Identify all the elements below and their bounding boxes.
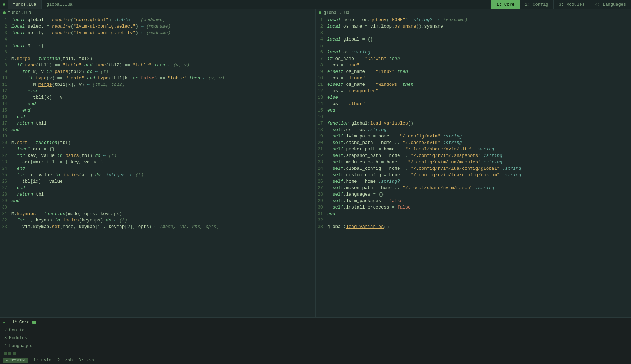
- code-line: 30 self.install_proccess = false: [316, 204, 631, 211]
- code-line: 14 end: [0, 101, 315, 107]
- code-line: 15 end: [0, 107, 315, 114]
- code-line: 25 for ix, value in ipairs(arr) do :inte…: [0, 172, 315, 178]
- code-line: 26 self.home = home :string?: [316, 178, 631, 185]
- code-line: 18 end: [0, 127, 315, 133]
- code-line: 11 elseif os_name == "Windows" then: [316, 81, 631, 88]
- vim-logo: V: [0, 0, 8, 9]
- code-line: 1 local global = require("core.global") …: [0, 17, 315, 23]
- code-line: 22 for key, value in pairs(tbl) do ← (t): [0, 153, 315, 159]
- buffer-item-languages[interactable]: 4 Languages: [0, 342, 631, 350]
- file-tab-funcs[interactable]: funcs.lua: [8, 0, 42, 9]
- code-line: 20 M.sort = function(tbl): [0, 140, 315, 146]
- window-tab-config[interactable]: 2: Config: [520, 0, 553, 9]
- code-line: 31 M.keymaps = function(mode, opts, keym…: [0, 211, 315, 217]
- code-line: 10 os = "linux": [316, 75, 631, 81]
- code-line: 4: [0, 36, 315, 43]
- pane-title-right: global.lua: [324, 10, 349, 15]
- code-line: 9 for k, v in pairs(tbl2) do ← (t): [0, 69, 315, 75]
- code-line: 16 end: [0, 114, 315, 120]
- buffer-indicator: 1*: [12, 319, 17, 326]
- buffer-list: ▸ 1* Core 2 Config 3 Modules 4 Languages: [0, 318, 631, 351]
- code-line: 24 self.global_config = home .. "/.confi…: [316, 165, 631, 172]
- code-line: 2 local select = require("lvim-ui-config…: [0, 23, 315, 30]
- code-line: 2 local os_name = vim.loop.os_uname().sy…: [316, 23, 631, 30]
- code-line: 13 tbl1[k] = v: [0, 94, 315, 101]
- term-dot-3: [13, 352, 16, 355]
- code-line: 27 self.mason_path = home .. "/.local/sh…: [316, 185, 631, 191]
- code-line: 32: [316, 217, 631, 224]
- code-line: 8 os = "mac": [316, 62, 631, 69]
- code-line: 17 return tbl1: [0, 120, 315, 127]
- code-line: 28 return tbl: [0, 191, 315, 198]
- code-line: 27 end: [0, 185, 315, 191]
- code-line: 19 self.lvim_path = home .. "/.config/nv…: [316, 133, 631, 140]
- pane-dot-right: [319, 11, 321, 14]
- terminal-label-zsh2[interactable]: 3: zsh: [78, 358, 94, 363]
- pane-title-left: funcs.lua: [8, 10, 31, 15]
- buffer-item-core[interactable]: 1* Core: [8, 318, 40, 326]
- code-line: 5 local M = {}: [0, 43, 315, 49]
- active-buffer-icon: ▸: [3, 320, 5, 325]
- buffer-name: Core: [19, 319, 30, 326]
- buffer-item-config[interactable]: 2 Config: [0, 326, 631, 334]
- pane-header-left: funcs.lua: [0, 9, 315, 17]
- code-line: 16: [316, 114, 631, 120]
- code-line: 14 os = "other": [316, 101, 631, 107]
- buffer-name: Config: [9, 327, 24, 334]
- term-dot-1: [4, 352, 7, 355]
- buffer-num: 4: [4, 342, 7, 350]
- code-line: 4 local global = {}: [316, 36, 631, 43]
- tab-bar: V funcs.lua global.lua 1: Core 2: Config…: [0, 0, 631, 9]
- window-tab-core[interactable]: 1: Core: [491, 0, 519, 9]
- pane-header-right: global.lua: [316, 9, 631, 17]
- code-line: 8 if type(tbl1) == "table" and type(tbl2…: [0, 62, 315, 69]
- code-line: 7 M.merge = function(tbl1, tbl2): [0, 56, 315, 62]
- code-line: 30: [0, 204, 315, 211]
- window-tab-modules[interactable]: 3: Modules: [553, 0, 590, 9]
- terminal-label-nvim[interactable]: 1: nvim: [33, 358, 51, 363]
- terminal-label-zsh1[interactable]: 2: zsh: [57, 358, 73, 363]
- code-line: 13 else: [316, 94, 631, 101]
- file-tab-global[interactable]: global.lua: [42, 0, 78, 9]
- buffer-modified-icon: [32, 321, 36, 324]
- term-dot-2: [8, 352, 11, 355]
- code-line: 25 self.custom_config = home .. "/.confi…: [316, 172, 631, 178]
- code-line: 6 local os :string: [316, 49, 631, 56]
- buffer-name: Modules: [9, 335, 27, 342]
- code-area-left[interactable]: 1 local global = require("core.global") …: [0, 17, 315, 317]
- code-line: 19: [0, 133, 315, 140]
- buffer-item-modules[interactable]: 3 Modules: [0, 334, 631, 342]
- code-line: 18 self.os = os :string: [316, 127, 631, 133]
- editor-area: funcs.lua 1 local global = require("core…: [0, 9, 631, 317]
- pane-right: global.lua 1 local home = os.getenv("HOM…: [316, 9, 631, 317]
- code-area-right[interactable]: 1 local home = os.getenv("HOME") :string…: [316, 17, 631, 317]
- code-line: 20 self.cache_path = home .. "/.cache/nv…: [316, 140, 631, 146]
- code-line: 28 self.languages = {}: [316, 191, 631, 198]
- code-line: 21 self.packer_path = home .. "/.local/s…: [316, 146, 631, 153]
- code-line: 6: [0, 49, 315, 56]
- status-area: ▸ 1* Core 2 Config 3 Modules 4 Languages…: [0, 317, 631, 364]
- system-indicator[interactable]: ▸ SYSTEM: [3, 358, 28, 363]
- code-line: 26 tbl[ix] = value: [0, 178, 315, 185]
- buffer-num: 2: [4, 327, 7, 334]
- code-line: 17 function global:load_variables(): [316, 120, 631, 127]
- code-line: 12 os = "unsuported": [316, 88, 631, 94]
- code-line: 24 end: [0, 165, 315, 172]
- buffer-num: 3: [4, 335, 7, 342]
- pane-dot-left: [3, 11, 6, 14]
- code-line: 10 if type(v) == "table" and type(tbl1[k…: [0, 75, 315, 81]
- code-line: 3 local notify = require("lvim-ui-config…: [0, 30, 315, 36]
- pane-left: funcs.lua 1 local global = require("core…: [0, 9, 316, 317]
- code-line: 31 end: [316, 211, 631, 217]
- code-line: 29 end: [0, 198, 315, 204]
- code-line: 29 self.lvim_packages = false: [316, 198, 631, 204]
- window-tabs: 1: Core 2: Config 3: Modules 4: Language…: [491, 0, 631, 9]
- code-line: 5: [316, 43, 631, 49]
- buffer-name: Languages: [9, 342, 32, 350]
- window-tab-languages[interactable]: 4: Languages: [590, 0, 631, 9]
- code-line: 11 M.merge(tbl1[k], v) ← (tbl1, tbl2): [0, 81, 315, 88]
- code-line: 33 vim.keymap.set(mode, keymap[1], keyma…: [0, 224, 315, 230]
- code-line: 3: [316, 30, 631, 36]
- code-line: 9 elseif os_name == "Linux" then: [316, 69, 631, 75]
- code-line: 15 end: [316, 107, 631, 114]
